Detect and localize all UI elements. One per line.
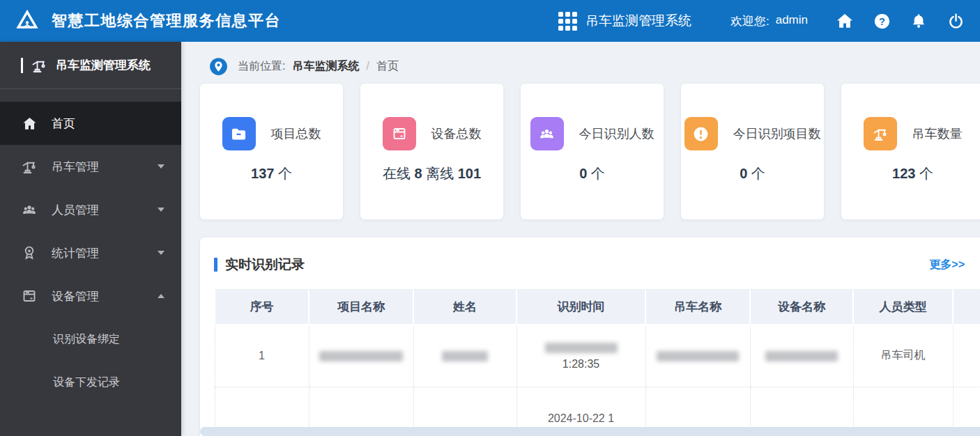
stat-card-device-total: 设备总数在线 8 离线 101 xyxy=(360,84,503,219)
redacted-text xyxy=(319,351,403,361)
redacted-text xyxy=(442,351,488,361)
apps-grid-icon[interactable] xyxy=(558,12,577,31)
sidebar-item-home[interactable]: 首页 xyxy=(0,102,181,145)
sidebar-item-label: 统计管理 xyxy=(52,245,99,261)
title-divider-bar xyxy=(21,58,23,73)
horizontal-scrollbar[interactable] xyxy=(200,427,980,436)
stat-card-value: 123 个 xyxy=(841,164,980,183)
sidebar-subitem-recognition-device-binding[interactable]: 识别设备绑定 xyxy=(0,318,181,361)
breadcrumb-section[interactable]: 吊车监测系统 xyxy=(292,59,359,74)
device-icon xyxy=(383,117,416,150)
top-header-bar: 智慧工地综合管理服务信息平台 吊车监测管理系统 欢迎您: admin ? xyxy=(0,0,980,42)
column-header: 姓名 xyxy=(413,290,516,325)
stat-card-today-recognized-people: 今日识别人数0 个 xyxy=(521,84,664,219)
title-accent-bar xyxy=(214,258,217,272)
column-header: 设备名称 xyxy=(750,290,853,325)
table-cell: 1 xyxy=(215,325,309,387)
table-cell: 吊车司机 xyxy=(853,325,953,387)
username: admin xyxy=(776,13,808,29)
svg-text:?: ? xyxy=(879,15,885,26)
table-cell: 1:28:35 xyxy=(516,325,645,387)
stat-card-crane-count: 吊车数量123 个 xyxy=(841,84,980,219)
sidebar-subitem-device-dispatch-records[interactable]: 设备下发记录 xyxy=(0,361,181,404)
platform-logo-icon xyxy=(11,5,43,37)
sidebar: 吊车监测管理系统 首页吊车管理人员管理统计管理设备管理识别设备绑定设备下发记录 xyxy=(0,42,181,436)
sidebar-app-title: 吊车监测管理系统 xyxy=(0,42,181,89)
medal-icon xyxy=(21,244,38,261)
chevron-down-icon xyxy=(158,164,164,169)
records-table: 序号项目名称姓名识别时间吊车名称设备名称人员类型11:28:35吊车司机2024… xyxy=(214,289,980,436)
records-title: 实时识别记录 xyxy=(225,256,305,274)
redacted-text xyxy=(545,343,618,353)
sidebar-item-device-management[interactable]: 设备管理 xyxy=(0,274,181,318)
table-row: 11:28:35吊车司机 xyxy=(215,325,980,387)
topbar-right-cluster: 吊车监测管理系统 欢迎您: admin ? xyxy=(558,12,965,31)
stat-card-header: 今日识别人数 xyxy=(521,117,664,150)
people-icon xyxy=(21,201,38,218)
stat-card-header: 吊车数量 xyxy=(841,117,980,150)
crane-icon xyxy=(21,158,38,175)
stat-card-project-total: 项目总数137 个 xyxy=(200,84,343,219)
breadcrumb-label: 当前位置: xyxy=(238,59,285,74)
app-name: 吊车监测管理系统 xyxy=(585,12,691,30)
sidebar-item-label: 首页 xyxy=(52,116,75,132)
stat-card-value: 137 个 xyxy=(200,164,343,183)
breadcrumb-separator: / xyxy=(366,60,369,72)
column-header: 识别时间 xyxy=(516,290,645,325)
crane-icon xyxy=(864,117,897,150)
home-icon[interactable] xyxy=(836,12,854,30)
stat-card-label: 项目总数 xyxy=(271,125,321,142)
cell-text: 1:28:35 xyxy=(517,358,645,371)
power-icon[interactable] xyxy=(947,12,965,30)
people-icon xyxy=(530,117,564,150)
device-icon xyxy=(21,288,38,304)
table-cell xyxy=(645,325,750,387)
more-link[interactable]: 更多>> xyxy=(929,258,965,272)
breadcrumb: 当前位置: 吊车监测系统 / 首页 xyxy=(200,52,980,81)
welcome-label: 欢迎您: xyxy=(730,13,770,29)
sidebar-item-label: 吊车管理 xyxy=(52,159,99,175)
redacted-text xyxy=(765,351,838,361)
chevron-up-icon xyxy=(158,294,164,298)
table-header-row: 序号项目名称姓名识别时间吊车名称设备名称人员类型 xyxy=(215,290,980,325)
redacted-text xyxy=(657,351,739,361)
chevron-down-icon xyxy=(158,251,164,255)
stat-card-header: 项目总数 xyxy=(200,117,343,150)
stat-card-label: 设备总数 xyxy=(431,125,482,142)
records-table-wrapper: 序号项目名称姓名识别时间吊车名称设备名称人员类型11:28:35吊车司机2024… xyxy=(214,289,980,436)
stat-card-value: 在线 8 离线 101 xyxy=(360,164,503,183)
sidebar-item-label: 人员管理 xyxy=(52,202,99,218)
chevron-down-icon xyxy=(158,208,164,212)
stat-card-value: 0 个 xyxy=(681,164,824,183)
bell-icon[interactable] xyxy=(910,12,928,30)
header-icons: ? xyxy=(836,12,965,30)
column-header: 吊车名称 xyxy=(645,290,750,325)
stat-card-today-recognized-projects: 今日识别项目数0 个 xyxy=(681,84,824,219)
home-icon xyxy=(21,115,38,132)
crane-icon xyxy=(31,57,47,74)
alert-icon xyxy=(684,117,718,150)
column-header: 人员类型 xyxy=(853,290,953,325)
stat-card-label: 今日识别项目数 xyxy=(733,125,821,142)
breadcrumb-page[interactable]: 首页 xyxy=(376,59,399,74)
stat-card-label: 今日识别人数 xyxy=(579,125,654,142)
main-content: 当前位置: 吊车监测系统 / 首页 项目总数137 个设备总数在线 8 离线 1… xyxy=(181,42,980,436)
column-header xyxy=(953,290,980,325)
column-header: 序号 xyxy=(215,290,309,325)
table-cell xyxy=(953,325,980,387)
stat-card-label: 吊车数量 xyxy=(912,125,963,142)
stat-card-header: 设备总数 xyxy=(360,117,503,150)
stat-cards-row: 项目总数137 个设备总数在线 8 离线 101今日识别人数0 个今日识别项目数… xyxy=(200,84,980,219)
sidebar-item-crane-management[interactable]: 吊车管理 xyxy=(0,145,181,188)
sidebar-item-personnel-management[interactable]: 人员管理 xyxy=(0,188,181,231)
help-icon[interactable]: ? xyxy=(873,12,891,30)
records-panel: 实时识别记录 更多>> 序号项目名称姓名识别时间吊车名称设备名称人员类型11:2… xyxy=(200,238,980,436)
location-pin-icon xyxy=(209,57,228,76)
stat-card-header: 今日识别项目数 xyxy=(681,117,824,150)
stat-card-value: 0 个 xyxy=(521,164,664,183)
sidebar-item-statistics-management[interactable]: 统计管理 xyxy=(0,231,181,274)
records-panel-header: 实时识别记录 更多>> xyxy=(214,249,980,281)
column-header: 项目名称 xyxy=(309,290,413,325)
table-cell xyxy=(413,325,516,387)
sidebar-app-title-text: 吊车监测管理系统 xyxy=(56,57,151,73)
